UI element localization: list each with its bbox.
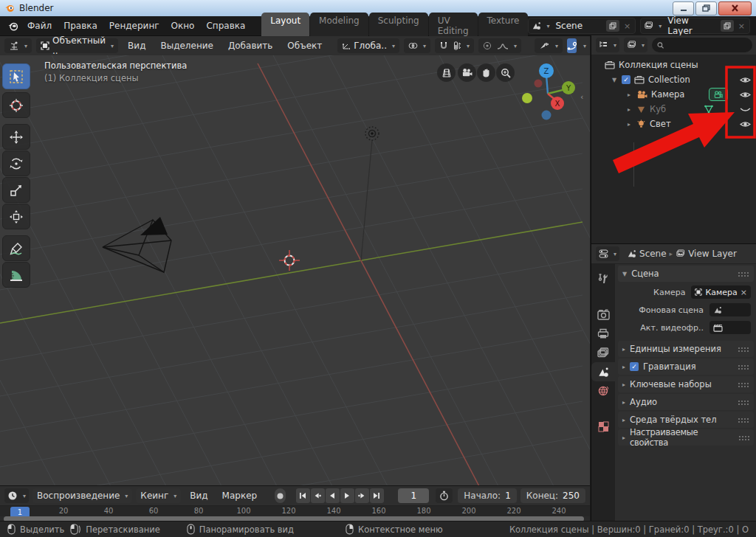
- current-frame-field[interactable]: 1: [398, 488, 429, 503]
- camera-data-badge[interactable]: [709, 88, 728, 101]
- active-clip-field[interactable]: [709, 321, 751, 334]
- panel-grip[interactable]: [738, 418, 749, 423]
- timeline-ruler[interactable]: 1 20 40 60 80 100 120 140 160 180 200 22…: [0, 506, 590, 516]
- jump-to-end-button[interactable]: [370, 488, 384, 503]
- clear-camera-icon[interactable]: ×: [740, 288, 747, 297]
- tab-tool-properties[interactable]: [591, 269, 615, 288]
- zoom-view-button[interactable]: [496, 63, 515, 82]
- tool-select-box[interactable]: [2, 63, 30, 89]
- tab-texture[interactable]: Texture: [478, 13, 529, 40]
- use-preview-range-toggle[interactable]: [436, 488, 453, 503]
- jump-to-prev-keyframe-button[interactable]: [311, 488, 325, 503]
- viewport-menu-select[interactable]: Выделение: [155, 39, 218, 52]
- remove-view-layer-icon[interactable]: ×: [737, 21, 746, 31]
- mesh-data-badge[interactable]: [704, 105, 714, 114]
- section-gravity[interactable]: ▸✓Гравитация: [618, 358, 754, 375]
- gizmo-axis-z[interactable]: Z: [539, 63, 554, 78]
- minimize-button[interactable]: [673, 1, 694, 15]
- scene-selector[interactable]: ▾ Scene ×: [528, 18, 636, 34]
- tab-output-properties[interactable]: [591, 324, 615, 343]
- section-custom-properties[interactable]: ▸Настраиваемые свойства: [618, 429, 754, 446]
- timeline-view-menu[interactable]: Вид: [185, 489, 213, 502]
- tab-view-layer-properties[interactable]: [591, 343, 615, 362]
- gizmo-axis-neg-x[interactable]: [535, 80, 543, 88]
- outliner-editor-type-button[interactable]: ▾: [596, 38, 619, 52]
- menu-render[interactable]: Рендеринг: [103, 19, 165, 32]
- tab-scene-properties[interactable]: [591, 362, 615, 381]
- breadcrumb-view-layer[interactable]: View Layer: [688, 249, 737, 259]
- tab-texture-properties[interactable]: [591, 417, 615, 436]
- navigation-gizmo[interactable]: Z Y X: [517, 56, 583, 137]
- new-view-layer-icon[interactable]: [721, 20, 734, 32]
- outliner-row-light[interactable]: ▸ Свет: [591, 117, 756, 131]
- background-scene-field[interactable]: [709, 303, 751, 316]
- viewport-menu-add[interactable]: Добавить: [223, 39, 278, 52]
- gizmo-axis-neg-y[interactable]: [522, 93, 532, 103]
- panel-grip[interactable]: [738, 364, 749, 370]
- tab-uv-editing[interactable]: UV Editing: [429, 13, 478, 40]
- panel-grip[interactable]: [738, 435, 749, 440]
- view-layer-selector[interactable]: ▾ View Layer ×: [640, 18, 750, 34]
- play-reverse-button[interactable]: [326, 488, 340, 503]
- outliner-display-mode-button[interactable]: ▾: [624, 38, 647, 52]
- menu-window[interactable]: Окно: [165, 19, 201, 32]
- tool-annotate[interactable]: [2, 235, 30, 261]
- app-menu-blender-icon[interactable]: [7, 21, 18, 32]
- frame-start-field[interactable]: Начало: 1: [458, 488, 517, 503]
- visibility-toggle-collection[interactable]: [739, 76, 751, 84]
- tab-sculpting[interactable]: Sculpting: [369, 13, 428, 40]
- frame-end-field[interactable]: Конец: 250: [520, 488, 585, 503]
- breadcrumb-scene[interactable]: Scene: [639, 249, 667, 259]
- panel-grip[interactable]: [738, 271, 749, 277]
- outliner-row-scene-collection[interactable]: Коллекция сцены: [591, 58, 756, 72]
- panel-header-scene[interactable]: ▼ Сцена: [618, 266, 754, 282]
- visibility-toggle-camera[interactable]: [739, 91, 751, 99]
- outliner-search[interactable]: [652, 38, 752, 52]
- section-keying-sets[interactable]: ▸Ключевые наборы: [618, 376, 754, 392]
- gravity-checkbox[interactable]: ✓: [630, 362, 639, 371]
- section-audio[interactable]: ▸Аудио: [618, 394, 754, 410]
- outliner-row-camera[interactable]: ▸ Камера: [591, 87, 756, 102]
- visibility-toggle-cube-hidden[interactable]: [739, 105, 751, 114]
- timeline-editor-type-button[interactable]: ▾: [4, 488, 29, 503]
- proportional-editing-controls[interactable]: ▾: [478, 38, 521, 53]
- outliner-row-collection[interactable]: ▼ ✓ Collection: [591, 72, 756, 87]
- show-gizmo-toggle[interactable]: [567, 38, 577, 53]
- section-rigid-body-world[interactable]: ▸Среда твёрдых тел: [618, 412, 754, 428]
- section-units[interactable]: ▸Единицы измерения: [618, 341, 754, 357]
- expand-arrow-icon[interactable]: ▸: [625, 121, 633, 128]
- collection-checkbox[interactable]: ✓: [622, 75, 630, 84]
- menu-file[interactable]: Файл: [21, 19, 58, 32]
- transform-orientation-selector[interactable]: Глоба.. ▾: [337, 38, 399, 53]
- menu-edit[interactable]: Правка: [58, 19, 103, 32]
- editor-type-button[interactable]: ▾: [4, 38, 32, 53]
- new-scene-copy-icon[interactable]: [606, 20, 619, 32]
- panel-grip[interactable]: [738, 347, 749, 352]
- search-input[interactable]: [667, 40, 747, 50]
- tool-move[interactable]: [2, 124, 30, 150]
- tool-scale[interactable]: [2, 177, 30, 203]
- panel-grip[interactable]: [738, 400, 749, 405]
- play-button[interactable]: [340, 488, 354, 503]
- maximize-button[interactable]: [695, 1, 717, 15]
- tab-modeling[interactable]: Modeling: [310, 13, 368, 40]
- chevron-down-icon[interactable]: ▾: [583, 43, 586, 49]
- tool-measure[interactable]: [2, 262, 30, 288]
- viewport-menu-view[interactable]: Вид: [123, 39, 151, 52]
- playback-menu[interactable]: Воспроизведение▾: [32, 488, 132, 503]
- viewport-menu-object[interactable]: Объект: [282, 39, 327, 52]
- panel-grip[interactable]: [738, 382, 749, 387]
- camera-property-field[interactable]: Камера ×: [691, 285, 751, 299]
- mode-selector[interactable]: Объектный .. ▾: [36, 38, 118, 53]
- gizmo-axis-neg-z[interactable]: [542, 111, 551, 120]
- auto-keying-record-button[interactable]: [275, 488, 286, 503]
- keying-menu[interactable]: Кеинг▾: [136, 488, 181, 503]
- gizmo-axis-y[interactable]: Y: [562, 81, 575, 94]
- tab-layout[interactable]: Layout: [261, 13, 309, 40]
- close-button[interactable]: [718, 1, 752, 15]
- menu-help[interactable]: Справка: [200, 19, 251, 32]
- camera-view-button[interactable]: [458, 63, 476, 82]
- outliner-row-cube[interactable]: ▸ Куб: [591, 102, 756, 117]
- light-data-badge[interactable]: [713, 119, 722, 128]
- pivot-point-selector[interactable]: ▾: [404, 38, 430, 53]
